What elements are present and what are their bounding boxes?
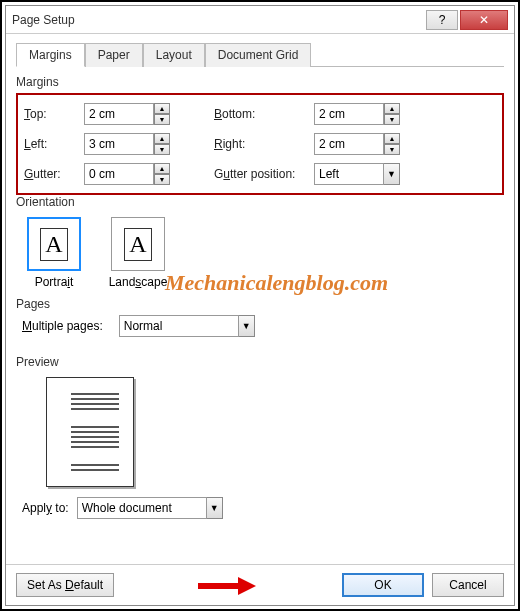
ok-button[interactable]: OK — [342, 573, 424, 597]
landscape-label: Landscape — [106, 275, 170, 289]
preview-area — [16, 373, 504, 487]
top-spin-up[interactable]: ▲ — [154, 103, 170, 114]
gutter-spin-up[interactable]: ▲ — [154, 163, 170, 174]
orientation-portrait[interactable]: A — [27, 217, 81, 271]
left-spin-down[interactable]: ▼ — [154, 144, 170, 155]
gutter-position-label: Gutter position: — [214, 167, 314, 181]
set-as-default-button[interactable]: Set As Default — [16, 573, 114, 597]
arrow-annotation-icon — [198, 578, 258, 592]
close-button[interactable]: ✕ — [460, 10, 508, 30]
pages-group: Multiple pages: ▼ — [16, 315, 504, 337]
page-setup-dialog: Page Setup ? ✕ Margins Paper Layout Docu… — [5, 5, 515, 606]
apply-to-dropdown[interactable]: ▼ — [207, 497, 223, 519]
left-input[interactable] — [84, 133, 154, 155]
multiple-pages-dropdown[interactable]: ▼ — [239, 315, 255, 337]
apply-to-row: Apply to: ▼ — [16, 487, 504, 519]
bottom-spin-down[interactable]: ▼ — [384, 114, 400, 125]
multiple-pages-combo[interactable] — [119, 315, 239, 337]
tab-strip: Margins Paper Layout Document Grid — [16, 42, 504, 67]
right-label: Right: — [214, 137, 314, 151]
tab-paper[interactable]: Paper — [85, 43, 143, 67]
gutter-spin-down[interactable]: ▼ — [154, 174, 170, 185]
titlebar: Page Setup ? ✕ — [6, 6, 514, 34]
gutter-label: Gutter: — [24, 167, 84, 181]
orientation-section-label: Orientation — [16, 195, 504, 209]
gutter-position-combo[interactable] — [314, 163, 384, 185]
top-label: Top: — [24, 107, 84, 121]
left-label: Left: — [24, 137, 84, 151]
help-button[interactable]: ? — [426, 10, 458, 30]
close-icon: ✕ — [479, 13, 489, 27]
pages-section-label: Pages — [16, 297, 504, 311]
preview-page-icon — [46, 377, 134, 487]
apply-to-label: Apply to: — [22, 501, 69, 515]
apply-to-combo[interactable] — [77, 497, 207, 519]
bottom-spin-up[interactable]: ▲ — [384, 103, 400, 114]
dialog-footer: Set As Default OK Cancel — [6, 564, 514, 605]
bottom-label: Bottom: — [214, 107, 314, 121]
preview-section-label: Preview — [16, 355, 504, 369]
help-icon: ? — [439, 13, 446, 27]
tab-margins[interactable]: Margins — [16, 43, 85, 67]
orientation-landscape[interactable]: A — [111, 217, 165, 271]
landscape-icon: A — [124, 228, 151, 261]
tab-document-grid[interactable]: Document Grid — [205, 43, 312, 67]
left-spin-up[interactable]: ▲ — [154, 133, 170, 144]
top-input[interactable] — [84, 103, 154, 125]
right-input[interactable] — [314, 133, 384, 155]
dialog-title: Page Setup — [12, 13, 426, 27]
right-spin-up[interactable]: ▲ — [384, 133, 400, 144]
bottom-input[interactable] — [314, 103, 384, 125]
multiple-pages-label: Multiple pages: — [22, 319, 103, 333]
margins-group: Top: ▲▼ Bottom: ▲▼ Left: ▲▼ Right: ▲▼ — [16, 93, 504, 195]
right-spin-down[interactable]: ▼ — [384, 144, 400, 155]
cancel-button[interactable]: Cancel — [432, 573, 504, 597]
portrait-label: Portrait — [22, 275, 86, 289]
portrait-icon: A — [40, 228, 67, 261]
orientation-group: A Portrait A Landscape — [16, 213, 504, 289]
tab-layout[interactable]: Layout — [143, 43, 205, 67]
top-spin-down[interactable]: ▼ — [154, 114, 170, 125]
gutter-position-dropdown[interactable]: ▼ — [384, 163, 400, 185]
margins-section-label: Margins — [16, 75, 504, 89]
gutter-input[interactable] — [84, 163, 154, 185]
